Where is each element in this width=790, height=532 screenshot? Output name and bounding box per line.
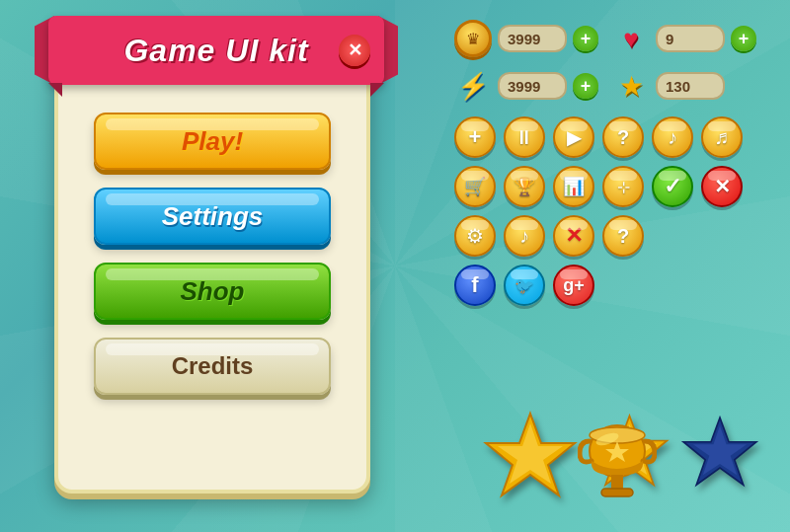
icon-row-1: + ⏸ ▶ ? ♪ ♬ bbox=[454, 116, 750, 158]
music-button[interactable]: ♪ bbox=[652, 116, 693, 158]
icon-row-3: ⚙ ♪ ✕ ? bbox=[454, 215, 750, 257]
coins-bar: ♛ 3999 + bbox=[454, 20, 598, 57]
google-button[interactable]: g+ bbox=[553, 265, 594, 306]
pause-button[interactable]: ⏸ bbox=[504, 116, 545, 158]
hearts-bar: ♥ 9 + bbox=[612, 20, 756, 57]
star-icon: ★ bbox=[612, 67, 650, 105]
note-button[interactable]: ♪ bbox=[504, 215, 545, 257]
question-button[interactable]: ? bbox=[602, 116, 644, 158]
close-button[interactable]: ✕ bbox=[339, 35, 370, 66]
coins-plus-button[interactable]: + bbox=[573, 26, 598, 51]
star-gold-large-icon bbox=[481, 409, 580, 502]
trophy-display bbox=[578, 423, 657, 512]
play-label: Play! bbox=[182, 126, 243, 157]
play-small-button[interactable]: ▶ bbox=[553, 116, 594, 158]
svg-rect-10 bbox=[601, 489, 633, 496]
icon-row-2: 🛒 🏆 📊 ⊹ ✓ ✕ bbox=[454, 166, 750, 207]
bolt-icon: ⚡ bbox=[454, 67, 492, 105]
coins-value: 3999 bbox=[508, 31, 540, 47]
settings-small-button[interactable]: ⚙ bbox=[454, 215, 496, 257]
twitter-button[interactable]: 🐦 bbox=[504, 265, 545, 306]
stars-bar: ★ 130 bbox=[612, 67, 725, 105]
chart-button[interactable]: 📊 bbox=[553, 166, 594, 207]
hearts-container: 9 bbox=[656, 25, 725, 52]
bolts-bar: ⚡ 3999 + bbox=[454, 67, 598, 105]
play-button[interactable]: Play! bbox=[94, 113, 331, 170]
bolts-value: 3999 bbox=[508, 78, 540, 95]
help-button[interactable]: ? bbox=[602, 215, 644, 257]
credits-label: Credits bbox=[172, 352, 254, 380]
credits-button[interactable]: Credits bbox=[94, 338, 331, 395]
heart-icon: ♥ bbox=[612, 20, 650, 57]
resource-row-1: ♛ 3999 + ♥ 9 + bbox=[454, 20, 750, 57]
stars-container: 130 bbox=[656, 72, 725, 100]
bolts-container: 3999 bbox=[498, 72, 567, 100]
hearts-plus-button[interactable]: + bbox=[731, 26, 756, 51]
check-button[interactable]: ✓ bbox=[652, 166, 693, 207]
star-blue-icon bbox=[679, 414, 760, 491]
resource-row-2: ⚡ 3999 + ★ 130 bbox=[454, 67, 750, 105]
facebook-button[interactable]: f bbox=[454, 265, 496, 306]
cross-button[interactable]: ✕ bbox=[553, 215, 594, 257]
stars-value: 130 bbox=[666, 78, 690, 95]
banner: Game UI kit ✕ bbox=[48, 16, 384, 85]
sound-button[interactable]: ♬ bbox=[701, 116, 743, 158]
add-button[interactable]: + bbox=[454, 116, 496, 158]
settings-label: Settings bbox=[162, 201, 264, 232]
coin-icon: ♛ bbox=[454, 20, 492, 57]
banner-wrap: Game UI kit ✕ bbox=[48, 16, 384, 85]
bolts-plus-button[interactable]: + bbox=[573, 73, 598, 99]
shop-button[interactable]: Shop bbox=[94, 263, 331, 320]
settings-button[interactable]: Settings bbox=[94, 188, 331, 245]
share-button[interactable]: ⊹ bbox=[602, 166, 644, 207]
shop-label: Shop bbox=[181, 276, 245, 307]
trophy-large-icon bbox=[578, 423, 657, 512]
social-row: f 🐦 g+ bbox=[454, 265, 750, 306]
trophy-small-button[interactable]: 🏆 bbox=[504, 166, 545, 207]
banner-title: Game UI kit bbox=[123, 33, 308, 69]
main-panel: Game UI kit ✕ Play! Settings Shop Credit… bbox=[54, 30, 370, 494]
hearts-value: 9 bbox=[666, 31, 673, 47]
right-panel: ♛ 3999 + ♥ 9 + ⚡ 3999 + ★ bbox=[454, 20, 750, 306]
coins-container: 3999 bbox=[498, 25, 567, 52]
cart-button[interactable]: 🛒 bbox=[454, 166, 496, 207]
x-button[interactable]: ✕ bbox=[701, 166, 743, 207]
